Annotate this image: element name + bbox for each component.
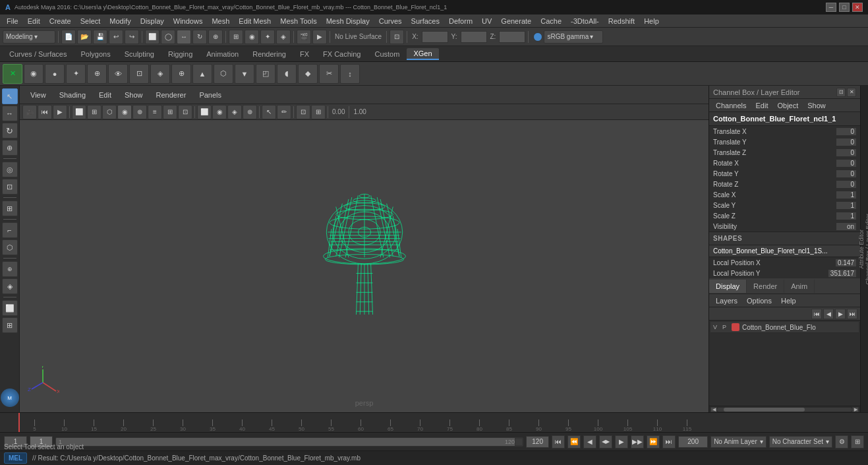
render-view-tool[interactable]: ⊞ xyxy=(2,317,18,333)
channel-visibility[interactable]: Visibility on xyxy=(709,221,860,232)
goto-end-btn[interactable]: ⏭ xyxy=(662,435,676,449)
scroll-right-arrow[interactable]: ▶ xyxy=(852,407,859,412)
shelf-tab-animation[interactable]: Animation xyxy=(200,49,245,59)
vp-menu-view[interactable]: View xyxy=(25,90,51,100)
layer-arrow-left[interactable]: ◀ xyxy=(823,309,834,319)
shelf-icon-down[interactable]: ▼ xyxy=(235,64,254,84)
shelf-icon-hex[interactable]: ⬡ xyxy=(214,64,233,84)
menu-windows[interactable]: Windows xyxy=(169,16,207,26)
new-scene-btn[interactable]: 📄 xyxy=(61,30,76,44)
step-fwd-btn[interactable]: ⏩ xyxy=(647,435,660,449)
vp-camera-btn[interactable]: 🎥 xyxy=(22,105,37,119)
more-tools-btn[interactable]: ⊡ xyxy=(390,30,404,44)
viewport-canvas[interactable]: X Y Z persp xyxy=(20,120,709,412)
shelf-icon-eye2[interactable]: ⊡ xyxy=(129,64,149,84)
shelf-icon-grid1[interactable]: ◈ xyxy=(150,64,170,84)
vp-grid-btn[interactable]: ⊞ xyxy=(87,105,101,119)
menu-edit-mesh[interactable]: Edit Mesh xyxy=(235,16,275,26)
play-back-btn[interactable]: ◀▶ xyxy=(599,435,612,449)
shelf-icon-scissors[interactable]: ✂ xyxy=(319,64,339,84)
redo-btn[interactable]: ↪ xyxy=(125,30,139,44)
show-manipulator-tool[interactable]: ⊡ xyxy=(2,179,18,195)
vp-menu-shading[interactable]: Shading xyxy=(54,90,91,100)
vp-ao-btn[interactable]: ⊡ xyxy=(178,105,192,119)
layer-menu-layers[interactable]: Layers xyxy=(712,295,741,306)
goto-start-btn[interactable]: ⏮ xyxy=(552,435,565,449)
lasso-tool[interactable]: ⌐ xyxy=(2,222,18,238)
snap-view-btn[interactable]: ◈ xyxy=(276,30,291,44)
layer-arrow-right[interactable]: ▶ xyxy=(835,309,846,319)
cb-menu-edit[interactable]: Edit xyxy=(751,100,772,111)
menu-help[interactable]: Help xyxy=(640,16,663,26)
shelf-tab-fx[interactable]: FX xyxy=(293,49,316,59)
camera-tool[interactable]: ⬜ xyxy=(2,300,18,316)
x-input[interactable] xyxy=(422,31,448,43)
menu-display[interactable]: Display xyxy=(136,16,168,26)
menu-modify[interactable]: Modify xyxy=(105,16,134,26)
shelf-icon-plus2[interactable]: ⊕ xyxy=(87,64,107,84)
cb-menu-channels[interactable]: Channels xyxy=(712,100,750,111)
scale-btn[interactable]: ⊕ xyxy=(208,30,223,44)
move-btn[interactable]: ↔ xyxy=(177,30,191,44)
minimize-button[interactable]: ─ xyxy=(826,3,836,12)
channel-rotate-z[interactable]: Rotate Z 0 xyxy=(709,179,860,189)
shelf-icon-plus1[interactable]: ✦ xyxy=(66,64,86,84)
step-back-btn[interactable]: ⏪ xyxy=(567,435,581,449)
play-fwd-btn[interactable]: ▶ xyxy=(615,435,628,449)
snap-point-btn[interactable]: ✦ xyxy=(260,30,275,44)
select-tool[interactable]: ↖ xyxy=(2,88,18,104)
scrollbar-track[interactable] xyxy=(717,408,852,412)
cb-menu-object[interactable]: Object xyxy=(773,100,802,111)
menu-3dto[interactable]: -3DtoAll- xyxy=(567,16,603,26)
soft-select-tool[interactable]: ◎ xyxy=(2,162,18,177)
z-input[interactable] xyxy=(499,31,525,43)
vp-resolution-btn[interactable]: ◉ xyxy=(212,105,227,119)
shelf-icon-diamond[interactable]: ◆ xyxy=(298,64,318,84)
shelf-icon-eye1[interactable]: ◉ xyxy=(24,64,43,84)
vp-xray-btn[interactable]: ⊕ xyxy=(243,105,257,119)
mode-dropdown[interactable]: Modeling ▾ xyxy=(3,30,55,44)
channel-scale-z[interactable]: Scale Z 1 xyxy=(709,210,860,221)
timeline-ruler[interactable]: 5 10 15 20 25 30 35 40 45 50 55 60 65 70… xyxy=(0,412,868,432)
vp-light-btn[interactable]: ≡ xyxy=(148,105,162,119)
vp-wire-btn[interactable]: ⬡ xyxy=(102,105,117,119)
custom-tool1[interactable]: ⊞ xyxy=(2,201,18,216)
menu-create[interactable]: Create xyxy=(45,16,75,26)
channel-rotate-y[interactable]: Rotate Y 0 xyxy=(709,168,860,179)
shelf-tab-sculpting[interactable]: Sculpting xyxy=(118,49,161,59)
menu-cache[interactable]: Cache xyxy=(536,16,565,26)
end-frame-input[interactable] xyxy=(526,436,549,448)
menu-mesh-display[interactable]: Mesh Display xyxy=(322,16,374,26)
snap-grid-btn[interactable]: ⊞ xyxy=(229,30,243,44)
vp-prev-btn[interactable]: ⏮ xyxy=(38,105,52,119)
vp-menu-show[interactable]: Show xyxy=(119,90,148,100)
layer-arrow-left-left[interactable]: ⏮ xyxy=(811,309,822,319)
menu-generate[interactable]: Generate xyxy=(497,16,535,26)
next-key-btn[interactable]: ▶▶ xyxy=(631,435,644,449)
color-btn[interactable] xyxy=(533,32,542,42)
render-btn[interactable]: 🎬 xyxy=(297,30,311,44)
gamma-dropdown[interactable]: sRGB gamma ▾ xyxy=(544,30,603,44)
shelf-icon-grid2[interactable]: ⊕ xyxy=(171,64,191,84)
vp-select-mode-btn[interactable]: ↖ xyxy=(262,105,276,119)
vp-menu-panels[interactable]: Panels xyxy=(194,90,227,100)
menu-uv[interactable]: UV xyxy=(478,16,496,26)
vp-snap-btn[interactable]: ⊞ xyxy=(311,105,326,119)
move-tool[interactable]: ↔ xyxy=(2,106,18,121)
menu-deform[interactable]: Deform xyxy=(445,16,477,26)
cb-menu-show[interactable]: Show xyxy=(803,100,830,111)
menu-file[interactable]: File xyxy=(3,16,22,26)
scroll-left-arrow[interactable]: ◀ xyxy=(710,407,717,412)
anim-prefs-btn[interactable]: ⚙ xyxy=(835,435,848,449)
snap-tool[interactable]: ⊕ xyxy=(2,261,18,277)
layer-arrow-right-right[interactable]: ⏭ xyxy=(847,309,857,319)
channel-close-btn[interactable]: ✕ xyxy=(847,88,856,97)
menu-surfaces[interactable]: Surfaces xyxy=(407,16,444,26)
window-controls[interactable]: ─ □ ✕ xyxy=(826,3,863,12)
open-btn[interactable]: 📂 xyxy=(77,30,92,44)
vp-pivot-btn[interactable]: ⊡ xyxy=(296,105,310,119)
frame-range-slider[interactable]: 1 120 xyxy=(55,437,523,447)
shelf-tab-polygons[interactable]: Polygons xyxy=(74,49,117,59)
char-set-dropdown[interactable]: No Character Set ▾ xyxy=(769,436,832,448)
paint-tool[interactable]: ⬡ xyxy=(2,239,18,255)
